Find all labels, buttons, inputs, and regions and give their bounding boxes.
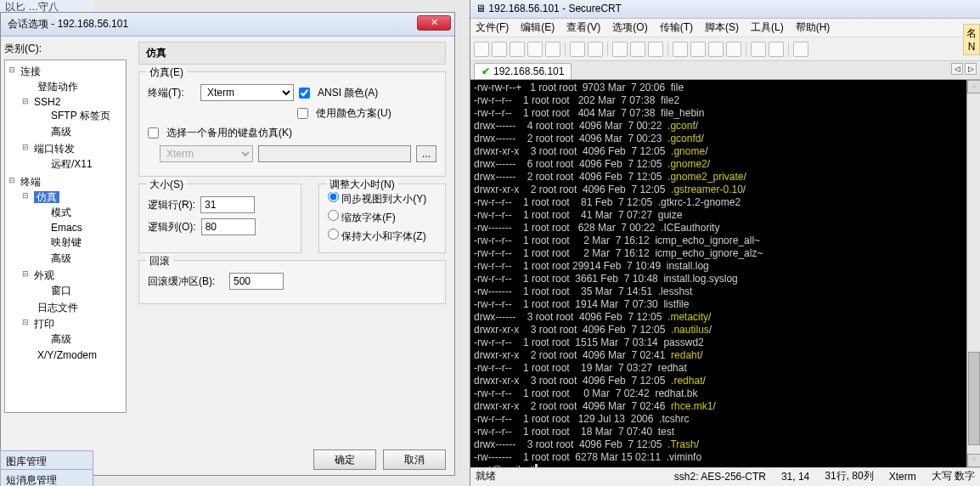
scroll-thumb[interactable] bbox=[968, 352, 980, 445]
color-scheme-label: 使用颜色方案(U) bbox=[316, 106, 391, 121]
alt-keyboard-checkbox[interactable] bbox=[148, 127, 159, 138]
dialog-title-text: 会话选项 - 192.168.56.101 bbox=[8, 18, 128, 30]
toolbar-icon[interactable] bbox=[545, 42, 560, 57]
tree-sftp[interactable]: SFTP 标签页 bbox=[51, 110, 110, 122]
ansi-color-label: ANSI 颜色(A) bbox=[318, 86, 378, 100]
resize-keep-option[interactable]: 保持大小和字体(Z) bbox=[328, 229, 436, 244]
tree-xyz[interactable]: X/Y/Zmodem bbox=[37, 349, 97, 361]
status-caps: 大写 数字 bbox=[932, 469, 975, 483]
status-ready: 就绪 bbox=[476, 469, 496, 483]
tree-terminal[interactable]: 终端 bbox=[20, 176, 41, 188]
toolbar-icon[interactable] bbox=[751, 42, 766, 57]
category-tree[interactable]: 连接 登陆动作 SSH2 SFTP 标签页 高级 端口转发 远程/X11 bbox=[4, 59, 127, 413]
tree-login[interactable]: 登陆动作 bbox=[37, 81, 78, 93]
tree-adv3[interactable]: 高级 bbox=[51, 333, 71, 345]
toolbar-icon[interactable] bbox=[492, 42, 507, 57]
menu-tools[interactable]: 工具(L) bbox=[751, 20, 784, 35]
toolbar-icon[interactable] bbox=[708, 42, 724, 57]
tree-x11[interactable]: 远程/X11 bbox=[51, 158, 93, 170]
clipped-right[interactable]: 名N bbox=[963, 24, 980, 55]
close-button[interactable]: ✕ bbox=[417, 15, 451, 31]
scrollback-group-title: 回滚 bbox=[146, 254, 173, 268]
toolbar-icon[interactable] bbox=[588, 42, 603, 57]
tree-adv1[interactable]: 高级 bbox=[51, 126, 71, 138]
alt-keyboard-select: Xterm bbox=[160, 145, 253, 162]
terminal-scrollbar[interactable]: ▲ ▼ bbox=[966, 80, 980, 467]
toolbar-icon[interactable] bbox=[527, 42, 543, 57]
tree-connection[interactable]: 连接 bbox=[20, 65, 41, 77]
toolbar-icon[interactable] bbox=[726, 42, 741, 57]
emulation-group-title: 仿真(E) bbox=[146, 65, 187, 80]
menu-view[interactable]: 查看(V) bbox=[566, 20, 600, 35]
panel-header: 仿真 bbox=[138, 42, 446, 65]
toolbar-icon[interactable] bbox=[769, 42, 784, 57]
rows-label: 逻辑行(R): bbox=[148, 198, 195, 212]
tree-emacs[interactable]: Emacs bbox=[51, 222, 82, 234]
status-pos: 31, 14 bbox=[781, 471, 809, 483]
menu-options[interactable]: 选项(O) bbox=[612, 20, 647, 35]
terminal-output[interactable]: -rw-rw-r--+ 1 root root 9703 Mar 7 20:06… bbox=[470, 80, 980, 467]
terminal-label: 终端(T): bbox=[148, 86, 195, 100]
crt-app-icon: 🖥 bbox=[476, 3, 486, 14]
toolbar-icon[interactable] bbox=[612, 42, 628, 57]
toolbar-icon[interactable] bbox=[570, 42, 585, 57]
tree-emulation[interactable]: 仿真 bbox=[34, 191, 59, 203]
tree-mode[interactable]: 模式 bbox=[51, 206, 71, 218]
color-scheme-checkbox[interactable] bbox=[297, 108, 308, 119]
resize-group: 调整大小时(N) 同步视图到大小(Y) 缩放字体(F) 保持大小和字体(Z) bbox=[318, 184, 446, 253]
crt-titlebar[interactable]: 🖥 192.168.56.101 - SecureCRT bbox=[470, 0, 980, 19]
toolbar-icon[interactable] bbox=[648, 42, 663, 57]
tree-mapkey[interactable]: 映射键 bbox=[51, 236, 82, 248]
size-group: 大小(S) 逻辑行(R): 逻辑列(O): bbox=[138, 184, 301, 253]
emulation-group: 仿真(E) 终端(T): Xterm ANSI 颜色(A) 使用颜色方案(U) … bbox=[138, 71, 446, 177]
toolbar-icon[interactable] bbox=[630, 42, 645, 57]
tab-prev-icon[interactable]: ◁ bbox=[951, 63, 963, 75]
toolbar-icon[interactable] bbox=[793, 42, 808, 57]
scroll-down-icon[interactable]: ▼ bbox=[967, 454, 980, 467]
tab-label: 192.168.56.101 bbox=[493, 65, 564, 77]
menu-edit[interactable]: 编辑(E) bbox=[521, 20, 555, 35]
crt-toolbar bbox=[470, 37, 980, 61]
scrollback-group: 回滚 回滚缓冲区(B): bbox=[138, 260, 446, 304]
menu-file[interactable]: 文件(F) bbox=[476, 20, 509, 35]
tree-print[interactable]: 打印 bbox=[34, 318, 54, 330]
tree-ssh2[interactable]: SSH2 bbox=[34, 96, 60, 108]
toolbar-icon[interactable] bbox=[510, 42, 525, 57]
crt-title-text: 192.168.56.101 - SecureCRT bbox=[488, 3, 622, 14]
toolbar-icon[interactable] bbox=[474, 42, 489, 57]
cols-input[interactable] bbox=[201, 218, 256, 235]
crt-tabstrip: ✔ 192.168.56.101 ◁ ▷ bbox=[470, 61, 980, 80]
cancel-button[interactable]: 取消 bbox=[383, 449, 446, 470]
rows-input[interactable] bbox=[200, 196, 255, 213]
scroll-up-icon[interactable]: ▲ bbox=[967, 80, 980, 93]
browse-button[interactable]: ... bbox=[416, 145, 436, 162]
toolbar-icon[interactable] bbox=[690, 42, 706, 57]
scrollback-label: 回滚缓冲区(B): bbox=[148, 274, 224, 289]
status-size: 31行, 80列 bbox=[825, 469, 873, 483]
menu-help[interactable]: 帮助(H) bbox=[796, 20, 831, 35]
tree-log[interactable]: 日志文件 bbox=[37, 302, 78, 314]
tree-window[interactable]: 窗口 bbox=[51, 285, 71, 297]
toolbar-icon[interactable] bbox=[673, 42, 688, 57]
ok-button[interactable]: 确定 bbox=[313, 449, 376, 470]
securecrt-window: 🖥 192.168.56.101 - SecureCRT 文件(F) 编辑(E)… bbox=[470, 0, 980, 486]
menu-transfer[interactable]: 传输(T) bbox=[660, 20, 693, 35]
session-tab[interactable]: ✔ 192.168.56.101 bbox=[474, 63, 572, 79]
session-options-dialog: 会话选项 - 192.168.56.101 ✕ 类别(C): 连接 登陆动作 S… bbox=[0, 12, 455, 476]
tree-adv2[interactable]: 高级 bbox=[51, 252, 71, 264]
tab-next-icon[interactable]: ▷ bbox=[965, 63, 977, 75]
resize-sync-option[interactable]: 同步视图到大小(Y) bbox=[328, 191, 436, 206]
resize-scale-option[interactable]: 缩放字体(F) bbox=[328, 210, 436, 225]
clipped-label-2[interactable]: 短消息管理 bbox=[0, 469, 93, 486]
menu-script[interactable]: 脚本(S) bbox=[705, 20, 739, 35]
cols-label: 逻辑列(O): bbox=[148, 220, 196, 235]
terminal-select[interactable]: Xterm bbox=[200, 84, 294, 101]
dialog-titlebar[interactable]: 会话选项 - 192.168.56.101 ✕ bbox=[1, 13, 454, 37]
tree-appearance[interactable]: 外观 bbox=[34, 269, 54, 281]
connected-icon: ✔ bbox=[482, 65, 490, 77]
tree-portfwd[interactable]: 端口转发 bbox=[34, 143, 75, 155]
crt-statusbar: 就绪 ssh2: AES-256-CTR 31, 14 31行, 80列 Xte… bbox=[470, 467, 980, 484]
status-term: Xterm bbox=[889, 471, 916, 483]
ansi-color-checkbox[interactable] bbox=[299, 88, 310, 99]
scrollback-input[interactable] bbox=[229, 273, 284, 290]
